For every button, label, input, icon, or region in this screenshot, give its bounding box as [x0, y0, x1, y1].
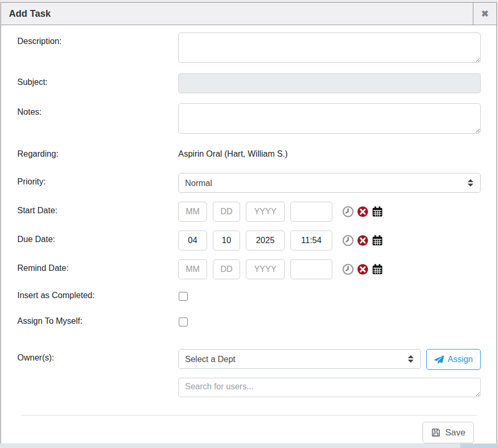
owners-label: Owner(s): [17, 349, 178, 363]
remind-time-input[interactable] [290, 259, 332, 279]
dialog-header: Add Task ✖ [1, 3, 496, 25]
calendar-icon[interactable] [372, 206, 383, 217]
insert-completed-label: Insert as Completed: [17, 290, 178, 300]
form-row-notes: Notes: [17, 103, 481, 134]
form-row-description: Description: [17, 32, 481, 63]
assign-button[interactable]: Assign [426, 349, 481, 370]
due-time-input[interactable] [290, 231, 332, 250]
assign-myself-label: Assign To Myself: [17, 316, 178, 326]
clock-icon[interactable] [342, 206, 354, 217]
calendar-icon[interactable] [372, 235, 383, 246]
save-floppy-icon [431, 428, 441, 438]
start-date-label: Start Date: [17, 202, 178, 215]
form-row-due-date: Due Date: [17, 231, 481, 250]
clear-date-icon[interactable] [357, 264, 369, 275]
assign-myself-checkbox[interactable] [179, 318, 188, 326]
clock-icon[interactable] [342, 264, 354, 275]
regarding-label: Regarding: [17, 145, 178, 159]
background-page-strip [0, 443, 498, 448]
priority-select[interactable]: Normal [178, 173, 481, 193]
due-month-input[interactable] [178, 231, 207, 250]
dialog-footer: Save [17, 416, 481, 443]
save-button[interactable]: Save [423, 422, 474, 443]
assign-button-label: Assign [448, 355, 473, 364]
subject-label: Subject: [17, 73, 178, 87]
remind-date-label: Remind Date: [17, 259, 178, 273]
dialog-body: Description: Subject: Notes: Regarding: … [1, 25, 496, 443]
add-task-dialog: Add Task ✖ Description: Subject: Notes: … [1, 2, 497, 444]
start-day-input[interactable] [213, 202, 240, 222]
priority-label: Priority: [17, 173, 178, 187]
dept-select[interactable]: Select a Dept [178, 349, 421, 369]
background-page-accent [460, 444, 498, 448]
remind-year-input[interactable] [246, 259, 285, 279]
form-row-owners: Owner(s): Select a Dept Assign [17, 349, 481, 370]
start-year-input[interactable] [246, 202, 285, 222]
notes-label: Notes: [17, 103, 178, 117]
due-year-input[interactable] [246, 231, 285, 250]
clear-date-icon[interactable] [357, 206, 369, 217]
form-row-regarding: Regarding: Aspirin Oral (Hart, William S… [17, 145, 481, 159]
subject-input [178, 73, 481, 93]
form-row-subject: Subject: [17, 73, 481, 93]
form-row-remind-date: Remind Date: [17, 259, 481, 279]
close-button[interactable]: ✖ [473, 3, 496, 25]
form-row-assign-myself: Assign To Myself: [17, 316, 481, 326]
start-time-input[interactable] [290, 202, 332, 222]
description-textarea[interactable] [178, 32, 481, 63]
due-day-input[interactable] [213, 231, 240, 250]
notes-textarea[interactable] [178, 103, 481, 134]
close-icon: ✖ [481, 9, 489, 18]
form-row-user-search [17, 378, 481, 397]
dialog-title: Add Task [1, 3, 473, 25]
clock-icon[interactable] [342, 235, 354, 246]
due-date-label: Due Date: [17, 231, 178, 244]
form-row-start-date: Start Date: [17, 202, 481, 222]
paper-plane-icon [434, 355, 444, 365]
user-search-input[interactable] [178, 378, 481, 397]
form-row-priority: Priority: Normal [17, 173, 481, 193]
save-button-label: Save [445, 428, 465, 438]
clear-date-icon[interactable] [357, 235, 369, 246]
calendar-icon[interactable] [372, 264, 383, 275]
description-label: Description: [17, 32, 178, 46]
form-row-insert-completed: Insert as Completed: [17, 290, 481, 301]
regarding-value: Aspirin Oral (Hart, William S.) [178, 145, 481, 159]
start-month-input[interactable] [178, 202, 207, 222]
remind-month-input[interactable] [178, 259, 207, 279]
insert-completed-checkbox[interactable] [179, 292, 188, 301]
remind-day-input[interactable] [213, 259, 240, 279]
